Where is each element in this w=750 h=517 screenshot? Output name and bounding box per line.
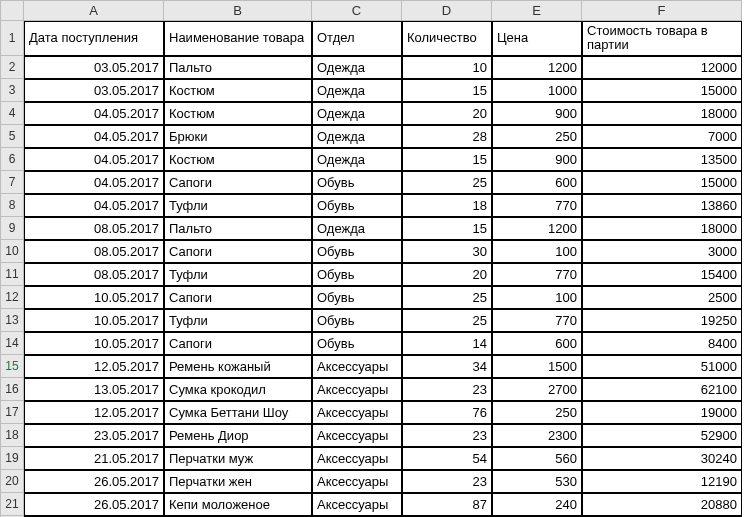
cell-date[interactable]: 04.05.2017	[24, 148, 164, 171]
cell-qty[interactable]: 54	[402, 447, 492, 470]
cell-qty[interactable]: 15	[402, 79, 492, 102]
cell-qty[interactable]: 23	[402, 424, 492, 447]
cell-name[interactable]: Сапоги	[164, 286, 312, 309]
header-price[interactable]: Цена	[492, 21, 582, 56]
cell-qty[interactable]: 10	[402, 56, 492, 79]
cell-price[interactable]: 900	[492, 102, 582, 125]
cell-qty[interactable]: 20	[402, 263, 492, 286]
cell-dept[interactable]: Обувь	[312, 286, 402, 309]
cell-dept[interactable]: Обувь	[312, 263, 402, 286]
cell-date[interactable]: 08.05.2017	[24, 263, 164, 286]
cell-name[interactable]: Перчатки муж	[164, 447, 312, 470]
cell-name[interactable]: Пальто	[164, 56, 312, 79]
cell-name[interactable]: Кепи моложеное	[164, 493, 312, 516]
cell-name[interactable]: Сапоги	[164, 332, 312, 355]
cell-dept[interactable]: Одежда	[312, 148, 402, 171]
cell-cost[interactable]: 19000	[582, 401, 742, 424]
cell-name[interactable]: Сумка Беттани Шоу	[164, 401, 312, 424]
cell-price[interactable]: 1200	[492, 56, 582, 79]
cell-cost[interactable]: 8400	[582, 332, 742, 355]
cell-cost[interactable]: 12000	[582, 56, 742, 79]
cell-date[interactable]: 04.05.2017	[24, 171, 164, 194]
cell-dept[interactable]: Аксессуары	[312, 401, 402, 424]
cell-date[interactable]: 21.05.2017	[24, 447, 164, 470]
row-head-selected[interactable]: 15	[0, 355, 24, 378]
cell-date[interactable]: 12.05.2017	[24, 355, 164, 378]
cell-price[interactable]: 1000	[492, 79, 582, 102]
cell-cost[interactable]: 13860	[582, 194, 742, 217]
col-head-b[interactable]: B	[164, 0, 312, 21]
cell-price[interactable]: 600	[492, 332, 582, 355]
row-head[interactable]: 6	[0, 148, 24, 171]
row-head[interactable]: 14	[0, 332, 24, 355]
cell-price[interactable]: 250	[492, 125, 582, 148]
row-head[interactable]: 21	[0, 493, 24, 516]
cell-price[interactable]: 100	[492, 286, 582, 309]
cell-cost[interactable]: 15400	[582, 263, 742, 286]
cell-qty[interactable]: 25	[402, 286, 492, 309]
col-head-e[interactable]: E	[492, 0, 582, 21]
cell-dept[interactable]: Обувь	[312, 171, 402, 194]
spreadsheet[interactable]: A B C D E F 1 Дата поступления Наименова…	[0, 0, 750, 517]
cell-cost[interactable]: 12190	[582, 470, 742, 493]
header-name[interactable]: Наименование товара	[164, 21, 312, 56]
col-head-c[interactable]: C	[312, 0, 402, 21]
row-head[interactable]: 1	[0, 21, 24, 56]
cell-cost[interactable]: 30240	[582, 447, 742, 470]
cell-dept[interactable]: Обувь	[312, 194, 402, 217]
header-qty[interactable]: Количество	[402, 21, 492, 56]
row-head[interactable]: 19	[0, 447, 24, 470]
cell-cost[interactable]: 13500	[582, 148, 742, 171]
row-head[interactable]: 7	[0, 171, 24, 194]
row-head[interactable]: 10	[0, 240, 24, 263]
cell-price[interactable]: 100	[492, 240, 582, 263]
header-date[interactable]: Дата поступления	[24, 21, 164, 56]
cell-qty[interactable]: 18	[402, 194, 492, 217]
cell-cost[interactable]: 15000	[582, 171, 742, 194]
cell-name[interactable]: Ремень кожаный	[164, 355, 312, 378]
cell-qty[interactable]: 30	[402, 240, 492, 263]
cell-price[interactable]: 2300	[492, 424, 582, 447]
cell-dept[interactable]: Обувь	[312, 332, 402, 355]
cell-date[interactable]: 26.05.2017	[24, 493, 164, 516]
cell-dept[interactable]: Одежда	[312, 125, 402, 148]
cell-cost[interactable]: 19250	[582, 309, 742, 332]
cell-dept[interactable]: Аксессуары	[312, 470, 402, 493]
row-head[interactable]: 13	[0, 309, 24, 332]
cell-cost[interactable]: 20880	[582, 493, 742, 516]
cell-name[interactable]: Туфли	[164, 194, 312, 217]
cell-name[interactable]: Костюм	[164, 148, 312, 171]
cell-dept[interactable]: Одежда	[312, 56, 402, 79]
cell-date[interactable]: 26.05.2017	[24, 470, 164, 493]
cell-price[interactable]: 770	[492, 309, 582, 332]
cell-cost[interactable]: 62100	[582, 378, 742, 401]
cell-name[interactable]: Пальто	[164, 217, 312, 240]
cell-qty[interactable]: 28	[402, 125, 492, 148]
cell-date[interactable]: 23.05.2017	[24, 424, 164, 447]
row-head[interactable]: 5	[0, 125, 24, 148]
cell-dept[interactable]: Аксессуары	[312, 355, 402, 378]
cell-qty[interactable]: 87	[402, 493, 492, 516]
cell-name[interactable]: Брюки	[164, 125, 312, 148]
cell-dept[interactable]: Обувь	[312, 240, 402, 263]
cell-cost[interactable]: 3000	[582, 240, 742, 263]
header-cost[interactable]: Стоимость товара в партии	[582, 21, 742, 56]
cell-name[interactable]: Туфли	[164, 309, 312, 332]
cell-qty[interactable]: 20	[402, 102, 492, 125]
cell-price[interactable]: 770	[492, 263, 582, 286]
cell-date[interactable]: 04.05.2017	[24, 125, 164, 148]
cell-date[interactable]: 04.05.2017	[24, 194, 164, 217]
cell-date[interactable]: 12.05.2017	[24, 401, 164, 424]
cell-date[interactable]: 10.05.2017	[24, 286, 164, 309]
cell-dept[interactable]: Аксессуары	[312, 424, 402, 447]
cell-cost[interactable]: 2500	[582, 286, 742, 309]
col-head-a[interactable]: A	[24, 0, 164, 21]
cell-dept[interactable]: Обувь	[312, 309, 402, 332]
cell-cost[interactable]: 51000	[582, 355, 742, 378]
cell-date[interactable]: 10.05.2017	[24, 309, 164, 332]
row-head[interactable]: 18	[0, 424, 24, 447]
cell-qty[interactable]: 23	[402, 378, 492, 401]
row-head[interactable]: 12	[0, 286, 24, 309]
cell-price[interactable]: 240	[492, 493, 582, 516]
cell-price[interactable]: 560	[492, 447, 582, 470]
